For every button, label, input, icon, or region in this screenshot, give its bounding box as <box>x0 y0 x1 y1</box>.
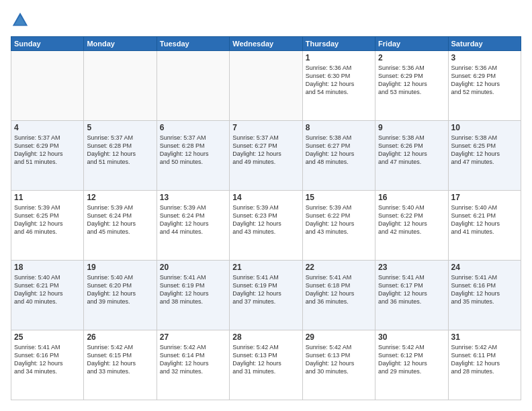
calendar-cell: 30Sunrise: 5:42 AM Sunset: 6:12 PM Dayli… <box>375 330 448 400</box>
day-number: 29 <box>306 332 372 342</box>
calendar-cell: 3Sunrise: 5:36 AM Sunset: 6:29 PM Daylig… <box>448 51 521 121</box>
day-number: 14 <box>232 193 299 202</box>
day-info: Sunrise: 5:41 AM Sunset: 6:17 PM Dayligh… <box>378 273 445 306</box>
day-info: Sunrise: 5:40 AM Sunset: 6:22 PM Dayligh… <box>378 203 445 236</box>
day-info: Sunrise: 5:41 AM Sunset: 6:18 PM Dayligh… <box>306 273 372 306</box>
header-row: SundayMondayTuesdayWednesdayThursdayFrid… <box>11 37 521 51</box>
day-number: 3 <box>451 53 518 62</box>
day-number: 4 <box>14 123 81 132</box>
day-info: Sunrise: 5:42 AM Sunset: 6:13 PM Dayligh… <box>306 343 372 376</box>
day-number: 6 <box>160 123 226 132</box>
day-number: 22 <box>306 263 372 272</box>
day-info: Sunrise: 5:37 AM Sunset: 6:28 PM Dayligh… <box>160 134 226 167</box>
header-cell-thursday: Thursday <box>302 37 375 51</box>
calendar-cell: 15Sunrise: 5:39 AM Sunset: 6:22 PM Dayli… <box>302 191 375 261</box>
day-number: 11 <box>14 193 81 202</box>
day-info: Sunrise: 5:40 AM Sunset: 6:20 PM Dayligh… <box>87 273 153 306</box>
day-info: Sunrise: 5:42 AM Sunset: 6:15 PM Dayligh… <box>87 343 153 376</box>
day-number: 31 <box>451 332 518 342</box>
calendar-cell: 21Sunrise: 5:41 AM Sunset: 6:19 PM Dayli… <box>230 261 302 330</box>
calendar-cell: 7Sunrise: 5:37 AM Sunset: 6:27 PM Daylig… <box>230 121 302 191</box>
day-number: 7 <box>232 123 299 132</box>
calendar-cell: 25Sunrise: 5:41 AM Sunset: 6:16 PM Dayli… <box>11 330 84 400</box>
day-number: 2 <box>378 53 445 62</box>
calendar-cell: 8Sunrise: 5:38 AM Sunset: 6:27 PM Daylig… <box>302 121 375 191</box>
day-info: Sunrise: 5:40 AM Sunset: 6:21 PM Dayligh… <box>451 203 518 236</box>
calendar-cell: 22Sunrise: 5:41 AM Sunset: 6:18 PM Dayli… <box>302 261 375 330</box>
calendar-row: 25Sunrise: 5:41 AM Sunset: 6:16 PM Dayli… <box>11 330 521 400</box>
calendar-cell <box>157 51 229 121</box>
logo <box>11 11 32 30</box>
calendar-cell: 24Sunrise: 5:41 AM Sunset: 6:16 PM Dayli… <box>448 261 521 330</box>
day-info: Sunrise: 5:38 AM Sunset: 6:25 PM Dayligh… <box>451 134 518 167</box>
day-info: Sunrise: 5:42 AM Sunset: 6:11 PM Dayligh… <box>451 343 518 376</box>
day-info: Sunrise: 5:39 AM Sunset: 6:24 PM Dayligh… <box>160 203 226 236</box>
logo-icon <box>11 11 30 30</box>
calendar-cell: 4Sunrise: 5:37 AM Sunset: 6:29 PM Daylig… <box>11 121 84 191</box>
day-number: 25 <box>14 332 81 342</box>
calendar-cell: 16Sunrise: 5:40 AM Sunset: 6:22 PM Dayli… <box>375 191 448 261</box>
day-info: Sunrise: 5:39 AM Sunset: 6:24 PM Dayligh… <box>87 203 153 236</box>
header-cell-tuesday: Tuesday <box>157 37 229 51</box>
day-info: Sunrise: 5:36 AM Sunset: 6:29 PM Dayligh… <box>451 64 518 97</box>
day-info: Sunrise: 5:42 AM Sunset: 6:14 PM Dayligh… <box>160 343 226 376</box>
day-number: 8 <box>306 123 372 132</box>
day-info: Sunrise: 5:39 AM Sunset: 6:23 PM Dayligh… <box>232 203 299 236</box>
day-info: Sunrise: 5:39 AM Sunset: 6:22 PM Dayligh… <box>306 203 372 236</box>
calendar-cell: 9Sunrise: 5:38 AM Sunset: 6:26 PM Daylig… <box>375 121 448 191</box>
calendar-cell: 18Sunrise: 5:40 AM Sunset: 6:21 PM Dayli… <box>11 261 84 330</box>
day-info: Sunrise: 5:37 AM Sunset: 6:29 PM Dayligh… <box>14 134 81 167</box>
header <box>11 11 521 30</box>
calendar-cell: 1Sunrise: 5:36 AM Sunset: 6:30 PM Daylig… <box>302 51 375 121</box>
day-info: Sunrise: 5:39 AM Sunset: 6:25 PM Dayligh… <box>14 203 81 236</box>
day-number: 26 <box>87 332 153 342</box>
header-cell-saturday: Saturday <box>448 37 521 51</box>
calendar-cell: 13Sunrise: 5:39 AM Sunset: 6:24 PM Dayli… <box>157 191 229 261</box>
day-info: Sunrise: 5:37 AM Sunset: 6:27 PM Dayligh… <box>232 134 299 167</box>
header-cell-monday: Monday <box>84 37 157 51</box>
day-number: 16 <box>378 193 445 202</box>
calendar-cell: 11Sunrise: 5:39 AM Sunset: 6:25 PM Dayli… <box>11 191 84 261</box>
day-number: 5 <box>87 123 153 132</box>
day-info: Sunrise: 5:40 AM Sunset: 6:21 PM Dayligh… <box>14 273 81 306</box>
day-number: 12 <box>87 193 153 202</box>
page: SundayMondayTuesdayWednesdayThursdayFrid… <box>0 0 532 411</box>
calendar-cell: 10Sunrise: 5:38 AM Sunset: 6:25 PM Dayli… <box>448 121 521 191</box>
calendar-cell: 20Sunrise: 5:41 AM Sunset: 6:19 PM Dayli… <box>157 261 229 330</box>
day-number: 21 <box>232 263 299 272</box>
day-number: 19 <box>87 263 153 272</box>
calendar-cell: 26Sunrise: 5:42 AM Sunset: 6:15 PM Dayli… <box>84 330 157 400</box>
day-number: 17 <box>451 193 518 202</box>
day-info: Sunrise: 5:41 AM Sunset: 6:19 PM Dayligh… <box>232 273 299 306</box>
day-number: 10 <box>451 123 518 132</box>
calendar-cell: 17Sunrise: 5:40 AM Sunset: 6:21 PM Dayli… <box>448 191 521 261</box>
calendar-cell: 27Sunrise: 5:42 AM Sunset: 6:14 PM Dayli… <box>157 330 229 400</box>
day-number: 27 <box>160 332 226 342</box>
calendar-cell: 28Sunrise: 5:42 AM Sunset: 6:13 PM Dayli… <box>230 330 302 400</box>
day-number: 24 <box>451 263 518 272</box>
day-number: 28 <box>232 332 299 342</box>
header-cell-sunday: Sunday <box>11 37 84 51</box>
day-info: Sunrise: 5:36 AM Sunset: 6:30 PM Dayligh… <box>306 64 372 97</box>
day-info: Sunrise: 5:42 AM Sunset: 6:12 PM Dayligh… <box>378 343 445 376</box>
day-number: 20 <box>160 263 226 272</box>
calendar-row: 11Sunrise: 5:39 AM Sunset: 6:25 PM Dayli… <box>11 191 521 261</box>
calendar-cell: 5Sunrise: 5:37 AM Sunset: 6:28 PM Daylig… <box>84 121 157 191</box>
calendar-table: SundayMondayTuesdayWednesdayThursdayFrid… <box>11 36 521 400</box>
calendar-cell: 23Sunrise: 5:41 AM Sunset: 6:17 PM Dayli… <box>375 261 448 330</box>
day-info: Sunrise: 5:41 AM Sunset: 6:16 PM Dayligh… <box>451 273 518 306</box>
calendar-cell: 12Sunrise: 5:39 AM Sunset: 6:24 PM Dayli… <box>84 191 157 261</box>
calendar-cell: 14Sunrise: 5:39 AM Sunset: 6:23 PM Dayli… <box>230 191 302 261</box>
day-number: 13 <box>160 193 226 202</box>
header-cell-wednesday: Wednesday <box>230 37 302 51</box>
calendar-cell: 29Sunrise: 5:42 AM Sunset: 6:13 PM Dayli… <box>302 330 375 400</box>
day-info: Sunrise: 5:36 AM Sunset: 6:29 PM Dayligh… <box>378 64 445 97</box>
calendar-row: 18Sunrise: 5:40 AM Sunset: 6:21 PM Dayli… <box>11 261 521 330</box>
calendar-cell <box>84 51 157 121</box>
header-cell-friday: Friday <box>375 37 448 51</box>
calendar-cell: 2Sunrise: 5:36 AM Sunset: 6:29 PM Daylig… <box>375 51 448 121</box>
calendar-cell: 6Sunrise: 5:37 AM Sunset: 6:28 PM Daylig… <box>157 121 229 191</box>
calendar-row: 4Sunrise: 5:37 AM Sunset: 6:29 PM Daylig… <box>11 121 521 191</box>
calendar-cell: 31Sunrise: 5:42 AM Sunset: 6:11 PM Dayli… <box>448 330 521 400</box>
day-info: Sunrise: 5:38 AM Sunset: 6:26 PM Dayligh… <box>378 134 445 167</box>
